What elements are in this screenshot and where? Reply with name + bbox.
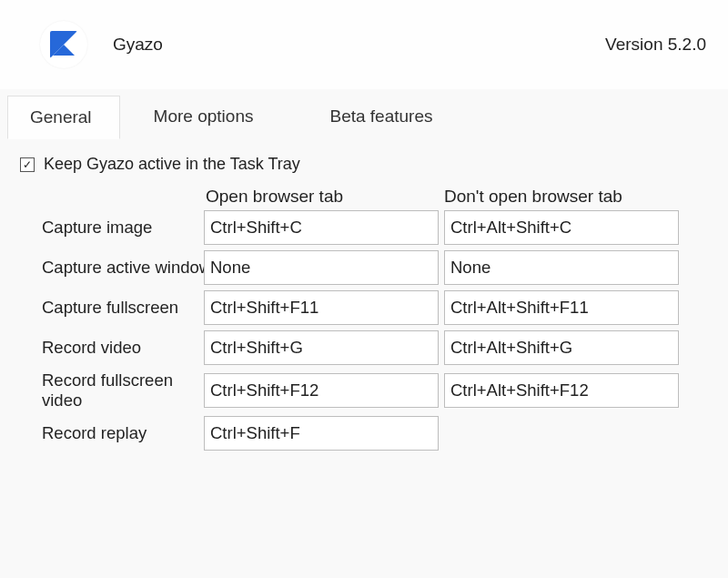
row-record-video: Record video Ctrl+Shift+G Ctrl+Alt+Shift…: [42, 330, 710, 365]
row-capture-image: Capture image Ctrl+Shift+C Ctrl+Alt+Shif…: [42, 210, 710, 245]
shortcut-capture-fullscreen-open[interactable]: Ctrl+Shift+F11: [204, 290, 439, 325]
shortcut-record-fullscreen-video-open[interactable]: Ctrl+Shift+F12: [204, 373, 439, 408]
shortcut-record-video-open[interactable]: Ctrl+Shift+G: [204, 330, 439, 365]
shortcut-capture-image-open[interactable]: Ctrl+Shift+C: [204, 210, 439, 245]
header: Gyazo Version 5.2.0: [0, 0, 728, 89]
header-left: Gyazo: [40, 21, 163, 68]
shortcut-capture-fullscreen-dont-open[interactable]: Ctrl+Alt+Shift+F11: [444, 290, 679, 325]
shortcut-record-replay-open[interactable]: Ctrl+Shift+F: [204, 416, 439, 451]
shortcut-record-fullscreen-video-dont-open[interactable]: Ctrl+Alt+Shift+F12: [444, 373, 679, 408]
app-name: Gyazo: [113, 35, 163, 55]
shortcut-grid: Open browser tab Don't open browser tab …: [42, 187, 710, 451]
row-capture-fullscreen: Capture fullscreen Ctrl+Shift+F11 Ctrl+A…: [42, 290, 710, 325]
shortcut-record-video-dont-open[interactable]: Ctrl+Alt+Shift+G: [444, 330, 679, 365]
shortcut-capture-active-window-dont-open[interactable]: None: [444, 250, 679, 285]
label-record-video: Record video: [42, 338, 204, 358]
tab-beta-features[interactable]: Beta features: [307, 95, 460, 138]
version-label: Version 5.2.0: [605, 35, 706, 55]
row-capture-active-window: Capture active window None None: [42, 250, 710, 285]
label-capture-active-window: Capture active window: [42, 258, 204, 278]
tabs: General More options Beta features: [0, 89, 728, 138]
row-record-fullscreen-video: Record fullscreen video Ctrl+Shift+F12 C…: [42, 370, 710, 411]
shortcut-capture-active-window-open[interactable]: None: [204, 250, 439, 285]
col-open-header: Open browser tab: [204, 187, 442, 207]
label-capture-fullscreen: Capture fullscreen: [42, 298, 204, 318]
keep-active-label: Keep Gyazo active in the Task Tray: [44, 155, 300, 174]
tab-general[interactable]: General: [7, 96, 120, 139]
label-capture-image: Capture image: [42, 218, 204, 238]
label-record-replay: Record replay: [42, 423, 204, 443]
keep-active-checkbox[interactable]: [20, 157, 35, 172]
shortcut-capture-image-dont-open[interactable]: Ctrl+Alt+Shift+C: [444, 210, 679, 245]
column-headers: Open browser tab Don't open browser tab: [42, 187, 710, 207]
gyazo-logo-icon: [40, 21, 87, 68]
tab-more-options[interactable]: More options: [131, 95, 282, 138]
content: Keep Gyazo active in the Task Tray Open …: [0, 138, 728, 451]
label-record-fullscreen-video: Record fullscreen video: [42, 370, 204, 411]
keep-active-row: Keep Gyazo active in the Task Tray: [20, 155, 710, 174]
row-record-replay: Record replay Ctrl+Shift+F: [42, 416, 710, 451]
col-dont-open-header: Don't open browser tab: [442, 187, 681, 207]
